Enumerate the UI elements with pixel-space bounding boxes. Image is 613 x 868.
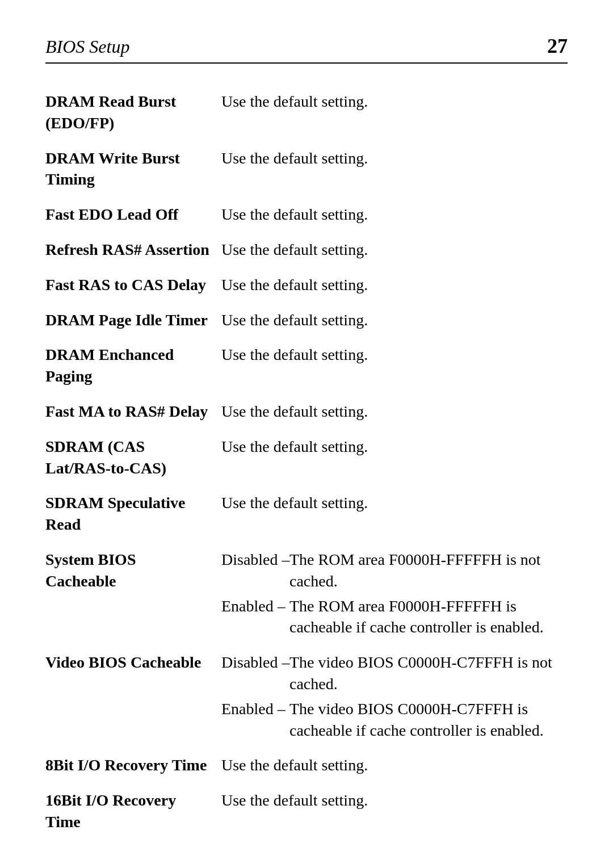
content-system-bios-cacheable: Disabled –The ROM area F0000H-FFFFFH is … xyxy=(221,549,568,638)
option-line-system-bios-cacheable-1: Enabled –The ROM area F0000H-FFFFFH is c… xyxy=(221,596,568,639)
row-sdram-speculative-read: SDRAM Speculative ReadUse the default se… xyxy=(45,485,568,542)
term-dram-enchanced-paging: DRAM Enchanced Paging xyxy=(45,344,221,387)
row-dram-read-burst: DRAM Read Burst (EDO/FP)Use the default … xyxy=(45,84,568,141)
content-dram-read-burst: Use the default setting. xyxy=(221,91,568,112)
content-dram-page-idle-timer: Use the default setting. xyxy=(221,309,568,331)
option-val-system-bios-cacheable-0: The ROM area F0000H-FFFFFH is not cached… xyxy=(289,549,568,592)
term-sdram-speculative-read: SDRAM Speculative Read xyxy=(45,492,221,535)
term-system-bios-cacheable: System BIOS Cacheable xyxy=(45,549,221,592)
row-8bit-io-recovery-time: 8Bit I/O Recovery TimeUse the default se… xyxy=(45,748,568,783)
row-video-bios-cacheable: Video BIOS CacheableDisabled –The video … xyxy=(45,645,568,748)
content-fast-ras-to-cas-delay: Use the default setting. xyxy=(221,274,568,296)
content-8bit-io-recovery-time: Use the default setting. xyxy=(221,754,568,776)
content-dram-write-burst: Use the default setting. xyxy=(221,148,568,169)
term-dram-write-burst: DRAM Write Burst Timing xyxy=(45,148,221,191)
option-key-system-bios-cacheable-1: Enabled – xyxy=(221,596,289,617)
content-table: DRAM Read Burst (EDO/FP)Use the default … xyxy=(45,84,568,840)
option-line-video-bios-cacheable-1: Enabled –The video BIOS C0000H-C7FFFH is… xyxy=(221,698,568,741)
content-sdram-speculative-read: Use the default setting. xyxy=(221,492,568,514)
term-fast-edo-lead-off: Fast EDO Lead Off xyxy=(45,204,221,225)
option-line-video-bios-cacheable-0: Disabled –The video BIOS C0000H-C7FFFH i… xyxy=(221,652,568,695)
header-title: BIOS Setup xyxy=(45,36,129,57)
row-16bit-io-recovery-time: 16Bit I/O Recovery TimeUse the default s… xyxy=(45,783,568,840)
option-val-video-bios-cacheable-1: The video BIOS C0000H-C7FFFH is cacheabl… xyxy=(289,698,568,741)
term-refresh-ras-assertion: Refresh RAS# Assertion xyxy=(45,239,221,261)
row-sdram-cas-lat: SDRAM (CAS Lat/RAS-to-CAS)Use the defaul… xyxy=(45,429,568,486)
row-system-bios-cacheable: System BIOS CacheableDisabled –The ROM a… xyxy=(45,542,568,645)
content-video-bios-cacheable: Disabled –The video BIOS C0000H-C7FFFH i… xyxy=(221,652,568,741)
row-fast-edo-lead-off: Fast EDO Lead OffUse the default setting… xyxy=(45,197,568,232)
content-fast-ma-to-ras-delay: Use the default setting. xyxy=(221,401,568,422)
term-video-bios-cacheable: Video BIOS Cacheable xyxy=(45,652,221,673)
term-dram-page-idle-timer: DRAM Page Idle Timer xyxy=(45,309,221,331)
row-dram-enchanced-paging: DRAM Enchanced PagingUse the default set… xyxy=(45,337,568,394)
term-dram-read-burst: DRAM Read Burst (EDO/FP) xyxy=(45,91,221,134)
term-sdram-cas-lat: SDRAM (CAS Lat/RAS-to-CAS) xyxy=(45,436,221,479)
row-dram-write-burst: DRAM Write Burst TimingUse the default s… xyxy=(45,141,568,198)
term-fast-ras-to-cas-delay: Fast RAS to CAS Delay xyxy=(45,274,221,296)
option-val-video-bios-cacheable-0: The video BIOS C0000H-C7FFFH is not cach… xyxy=(289,652,568,695)
option-key-system-bios-cacheable-0: Disabled – xyxy=(221,549,289,571)
term-16bit-io-recovery-time: 16Bit I/O Recovery Time xyxy=(45,790,221,833)
content-refresh-ras-assertion: Use the default setting. xyxy=(221,239,568,261)
content-sdram-cas-lat: Use the default setting. xyxy=(221,436,568,458)
row-dram-page-idle-timer: DRAM Page Idle TimerUse the default sett… xyxy=(45,303,568,338)
option-line-system-bios-cacheable-0: Disabled –The ROM area F0000H-FFFFFH is … xyxy=(221,549,568,592)
content-16bit-io-recovery-time: Use the default setting. xyxy=(221,790,568,811)
content-fast-edo-lead-off: Use the default setting. xyxy=(221,204,568,225)
term-8bit-io-recovery-time: 8Bit I/O Recovery Time xyxy=(45,754,221,776)
term-fast-ma-to-ras-delay: Fast MA to RAS# Delay xyxy=(45,401,221,422)
row-fast-ras-to-cas-delay: Fast RAS to CAS DelayUse the default set… xyxy=(45,267,568,303)
header-page-number: 27 xyxy=(547,34,568,58)
row-refresh-ras-assertion: Refresh RAS# AssertionUse the default se… xyxy=(45,232,568,267)
row-fast-ma-to-ras-delay: Fast MA to RAS# DelayUse the default set… xyxy=(45,394,568,429)
content-dram-enchanced-paging: Use the default setting. xyxy=(221,344,568,366)
option-val-system-bios-cacheable-1: The ROM area F0000H-FFFFFH is cacheable … xyxy=(289,596,568,639)
option-key-video-bios-cacheable-1: Enabled – xyxy=(221,698,289,720)
page-header: BIOS Setup 27 xyxy=(45,34,568,64)
option-key-video-bios-cacheable-0: Disabled – xyxy=(221,652,289,673)
